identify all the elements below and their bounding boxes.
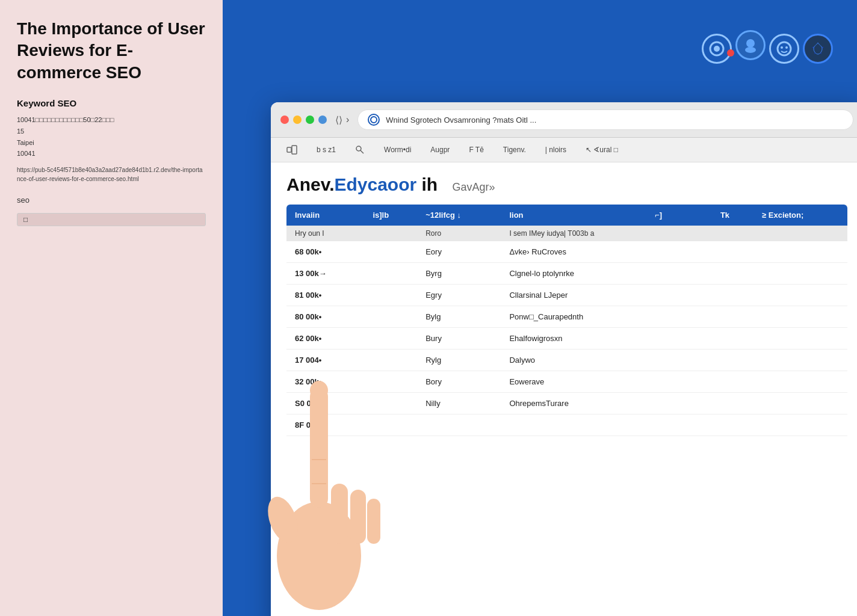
red-dot-indicator [727,49,734,57]
cell-7 [712,328,753,350]
table-header-row: Invaiin is]lb ~12lifcg ↓ lion ⌐] Tk ≥ Ex… [286,205,847,226]
sidebar: The Importance of User Reviews for E-com… [0,0,223,616]
tab-f-te[interactable]: F Tē [465,143,487,156]
tab-tigenv[interactable]: Tigenv. [500,143,530,156]
cell-desc [501,414,646,436]
cell-5 [646,393,685,414]
cell-5 [646,285,685,306]
svg-rect-8 [287,147,291,152]
cell-7 [712,371,753,393]
cell-5 [646,350,685,371]
cell-name: Byrg [417,263,501,285]
url-bar[interactable]: Wnind Sgrotech Ovsamroning ?mats Oitl ..… [357,109,853,130]
cell-5 [646,263,685,285]
svg-point-10 [356,146,361,151]
cell-name [417,414,501,436]
title-part1: Anev. [286,174,334,194]
col-header-invalin: Invaiin [286,205,364,226]
cell-name: Bury [417,328,501,350]
cell-desc: OhrepemsTurare [501,393,646,414]
tab-worm-di[interactable]: Worm•di [380,143,415,156]
svg-point-7 [371,117,377,123]
cell-8 [753,285,847,306]
cell-vol: 68 00k• [286,241,364,263]
traffic-light-red[interactable] [280,116,289,124]
cell-trend [364,371,417,393]
cell-vol: 8F 00k• [286,414,364,436]
cell-desc: Eowerave [501,371,646,393]
table-row: 17 004• Rylg Dalywo [286,350,847,371]
cell-6 [685,371,712,393]
browser-chrome: ⟨⟩ › Wnind Sgrotech Ovsamroning ?mats Oi… [271,102,857,138]
tab-bsz1[interactable]: b s z1 [313,143,339,156]
cell-name: Nilly [417,393,501,414]
cell-desc: Cllarsinal LJeper [501,285,646,306]
browser-content: Anev.Edycaoor ih GavAgr» Invaiin is]lb ~… [271,162,857,616]
col-header-tk: Tk [712,205,753,226]
cell-8 [753,263,847,285]
data-table: Invaiin is]lb ~12lifcg ↓ lion ⌐] Tk ≥ Ex… [286,205,847,436]
svg-point-1 [714,46,720,52]
url-icon [368,114,380,126]
table-row: 81 00k• Egry Cllarsinal LJeper [286,285,847,306]
traffic-light-blue[interactable] [318,116,327,124]
traffic-light-green[interactable] [306,116,314,124]
table-row: 68 00k• Eory Δvke› RuCroves [286,241,847,263]
col-header-lifcg: ~12lifcg ↓ [417,205,501,226]
browser-nav: ⟨⟩ › [335,114,349,126]
tab-aural[interactable]: ↖ ∢ural □ [582,143,622,156]
subheader-2: Roro [417,226,501,241]
cell-desc: Ehalfowigrosxn [501,328,646,350]
content-title: Anev.Edycaoor ih GavAgr» [286,174,847,195]
col-header-6 [685,205,712,226]
tab-augpr[interactable]: Augpr [427,143,453,156]
content-header: Anev.Edycaoor ih GavAgr» [286,174,847,195]
cell-trend [364,350,417,371]
cell-desc: Δvke› RuCroves [501,241,646,263]
cell-trend [364,306,417,328]
cell-name: Eory [417,241,501,263]
traffic-light-yellow[interactable] [293,116,302,124]
cell-vol: S0 00k• [286,393,364,414]
svg-point-2 [746,39,755,48]
nav-forward-icon[interactable]: › [346,114,349,125]
deco-icon-4 [803,34,833,64]
cell-6 [685,306,712,328]
meta-line1: 10041□□□□□□□□□□□□50□22□□□ [17,116,114,123]
cell-8 [753,241,847,263]
cell-name: Bylg [417,306,501,328]
cell-trend [364,263,417,285]
deco-icon-3 [769,34,799,64]
table-body: 68 00k• Eory Δvke› RuCroves 13 00k→ Byrg… [286,241,847,436]
url-text: Wnind Sgrotech Ovsamroning ?mats Oitl ..… [386,116,843,125]
nav-back-icon[interactable]: ⟨⟩ [335,114,342,126]
page-title: The Importance of User Reviews for E-com… [17,18,206,84]
cell-8 [753,393,847,414]
svg-point-5 [781,46,783,49]
content-subtitle: GavAgr» [453,181,495,193]
subheader-1: Hry oun I [286,226,417,241]
browser-window: ⟨⟩ › Wnind Sgrotech Ovsamroning ?mats Oi… [271,102,857,616]
tab-4cp[interactable] [283,143,301,157]
cell-5 [646,241,685,263]
col-header-lion: lion [501,205,646,226]
title-part3: ih [416,174,438,194]
tab-nloirs[interactable]: | nloirs [542,143,570,156]
cell-name: Egry [417,285,501,306]
tab-sq[interactable] [351,143,368,157]
cell-vol: 81 00k• [286,285,364,306]
cell-6 [685,263,712,285]
table-row: 13 00k→ Byrg Clgnel-lo ptolynrke [286,263,847,285]
title-part2: Edycaoor [334,174,416,194]
traffic-lights [280,116,327,124]
table-row: 8F 00k• [286,414,847,436]
deco-icon-2 [735,30,766,60]
table-row: 62 00k• Bury Ehalfowigrosxn [286,328,847,350]
sidebar-tag-box: □ [17,213,206,226]
cell-name: Rylg [417,350,501,371]
cell-trend [364,285,417,306]
cell-5 [646,306,685,328]
deco-icon-1 [702,34,732,64]
sidebar-tag: seo [17,196,206,205]
table-subheader-row: Hry oun I Roro I sem IMey iudya| T003b a [286,226,847,241]
